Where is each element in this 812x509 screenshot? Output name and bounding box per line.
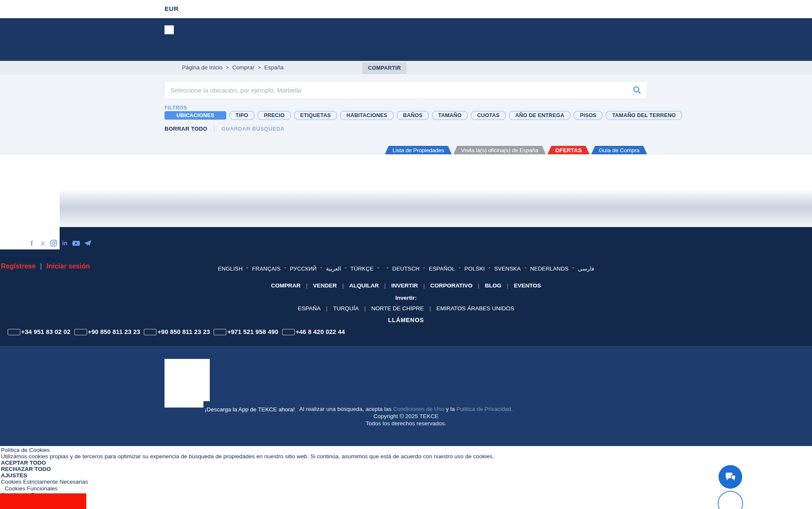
save-search-button[interactable]: GUARDAR BÚSQUEDA [221,126,284,132]
top-bar: EUR [0,0,812,18]
phone-number[interactable]: +90 850 811 23 23 [157,328,210,335]
tab-property-list[interactable]: Lista de Propiedades [385,146,452,154]
red-overlay-box [0,493,86,509]
cookie-description: Utilizamos cookies propias y de terceros… [1,453,812,460]
invest-espana[interactable]: ESPAÑA [298,305,321,312]
filter-chip-ano-entrega[interactable]: AÑO DE ENTREGA [509,111,571,120]
phone-sweden[interactable]: +46 8 420 022 44 [282,328,345,335]
language-separator: - [377,265,379,271]
language-espanol[interactable]: ESPAÑOL [429,265,455,272]
filter-chip-cuotas[interactable]: CUOTAS [471,111,506,120]
chat-bubbles-icon [723,470,738,484]
language-separator: - [284,265,286,271]
language-farsi[interactable]: فارسی [578,265,594,272]
phone-number[interactable]: +46 8 420 022 44 [296,328,345,335]
language-svenska[interactable]: SVENSKA [494,265,521,272]
filters-label: FILTROS [165,105,187,111]
footer-nav-invertir[interactable]: INVERTIR [391,282,418,289]
social-icons-row: f X in [28,239,92,247]
invest-divider: | [429,305,431,312]
flag-placeholder [144,329,156,335]
nav-divider: | [507,282,509,289]
logo-placeholder[interactable] [165,25,174,34]
phone-spain[interactable]: +34 951 83 02 02 [8,328,71,335]
language-francais[interactable]: FRANÇAIS [252,265,280,272]
phone-number[interactable]: +971 521 958 490 [227,328,278,335]
footer-nav-vender[interactable]: VENDER [313,282,337,289]
nav-divider: | [342,282,344,289]
invest-norte-chipre[interactable]: NORTE DE CHİPRE [371,305,424,312]
language-separator: - [423,265,425,271]
filter-chip-banos[interactable]: BAÑOS [397,111,429,120]
language-russian[interactable]: РУССКИЙ [290,265,316,272]
instagram-icon[interactable] [50,239,58,247]
tab-visit-offices[interactable]: Visita la(s) oficina(s) de España [453,146,546,154]
language-separator: - [247,265,248,271]
language-separator: - [459,265,461,271]
footer-nav-alquilar[interactable]: ALQUILAR [349,282,379,289]
cookie-reject-all-button[interactable]: RECHAZAR TODO [1,466,812,472]
telegram-icon[interactable] [84,239,92,247]
youtube-icon[interactable] [72,239,80,247]
footer-nav-corporativo[interactable]: CORPORATIVO [431,282,473,289]
filter-chip-habitaciones[interactable]: HABITACIONES [340,111,394,120]
filter-chip-tipo[interactable]: TIPO [229,111,255,120]
flag-placeholder [214,329,226,335]
phone-number[interactable]: +90 850 811 23 23 [88,328,140,335]
phone-turkey-2[interactable]: +90 850 811 23 23 [144,328,210,335]
language-english[interactable]: ENGLISH [218,265,242,272]
clear-all-button[interactable]: BORRAR TODO [165,126,207,132]
linkedin-icon[interactable]: in [61,239,69,247]
tab-buying-guide[interactable]: Guía de Compra [591,146,647,154]
breadcrumb-separator: > [226,65,229,71]
terms-link[interactable]: Condiciones de Uso [393,406,444,412]
language-deutsch[interactable]: DEUTSCH [392,265,420,272]
flag-placeholder [282,329,295,335]
language-arabic[interactable]: العربية [326,265,341,272]
language-separator: - [321,265,322,271]
filter-chip-tamano[interactable]: TAMAÑO [432,111,468,120]
legal-block: Al realizar una búsqueda, acepta las Con… [0,405,812,427]
language-nederlands[interactable]: NEDERLANDS [530,265,569,272]
filter-chip-pisos[interactable]: PISOS [573,111,603,120]
x-twitter-icon[interactable]: X [39,239,47,247]
filter-chip-tamano-terreno[interactable]: TAMAÑO DEL TERRENO [606,111,682,120]
tab-offers[interactable]: OFERTAS [548,146,590,154]
chat-button[interactable] [719,465,742,489]
share-button[interactable]: COMPARTIR [362,63,406,73]
facebook-icon[interactable]: f [28,239,36,247]
filter-chip-precio[interactable]: PRECIO [258,111,291,120]
cookie-category-functional[interactable]: Cookies Funcionales [1,485,812,492]
breadcrumb-comprar[interactable]: Comprar [232,64,255,71]
cookie-policy-link[interactable]: Política de Cookies [1,447,812,453]
breadcrumb-home[interactable]: Página de Inicio [182,64,222,71]
search-icon[interactable] [633,86,641,94]
location-search-input[interactable] [165,87,633,94]
legal-middle: y la [444,406,456,412]
cookie-settings-button[interactable]: AJUSTES [1,472,812,479]
privacy-link[interactable]: Política de Privacidad. [456,406,513,412]
cookie-category-tracking[interactable]: Cookies de Rastreo [1,492,812,498]
invest-emiratos[interactable]: EMIRATOS ÁRABES UNIDOS [436,305,514,312]
page-root: EUR Página de Inicio > Comprar > España … [0,0,812,509]
cookie-category-necessary[interactable]: Cookies Estrictamente Necesarias [1,479,812,485]
qr-code-placeholder [165,359,210,401]
footer-nav-eventos[interactable]: EVENTOS [514,282,541,289]
login-link[interactable]: Iniciar sesión [47,263,90,270]
invest-turquia[interactable]: TURQUÍA [333,305,359,312]
footer-nav-blog[interactable]: BLOG [485,282,502,289]
footer-nav-comprar[interactable]: COMPRAR [271,282,301,289]
legal-line: Al realizar una búsqueda, acepta las Con… [0,405,812,413]
language-polski[interactable]: POLSKI [464,265,485,272]
register-link[interactable]: Regístrese [1,263,36,270]
phone-number[interactable]: +34 951 83 02 02 [21,328,71,335]
filter-chip-ubicaciones[interactable]: UBICACIONES [165,111,226,120]
phone-turkey-1[interactable]: +90 850 811 23 23 [74,328,140,335]
cookie-accept-all-button[interactable]: ACEPTAR TODO [1,460,812,466]
breadcrumb: Página de Inicio > Comprar > España [182,64,283,71]
currency-selector[interactable]: EUR [165,5,178,12]
filter-chip-etiquetas[interactable]: ETIQUETAS [294,111,337,120]
session-status: No ha iniciado sesión. [1,255,63,263]
language-turkce[interactable]: TÜRKÇE [351,265,374,272]
phone-uae[interactable]: +971 521 958 490 [214,328,278,335]
